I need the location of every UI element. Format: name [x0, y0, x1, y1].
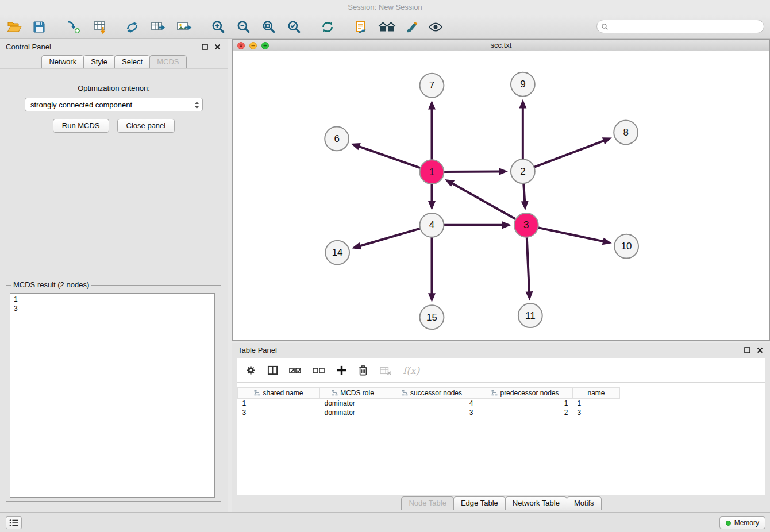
main-toolbar — [0, 15, 770, 39]
eye-button[interactable] — [427, 18, 444, 36]
save-button[interactable] — [30, 18, 48, 36]
graph-edge-1-2 — [444, 168, 508, 175]
graph-node-8[interactable]: 8 — [614, 121, 638, 145]
zoom-window-button[interactable] — [261, 41, 269, 49]
optimization-criterion-label: Optimization criterion: — [0, 84, 228, 92]
control-panel: Control Panel Network Style Select MCDS … — [0, 39, 228, 512]
graph-node-14[interactable]: 14 — [325, 241, 349, 265]
svg-text:6: 6 — [334, 133, 339, 144]
graph-node-9[interactable]: 9 — [511, 72, 535, 97]
criterion-select[interactable]: strongly connected component — [25, 98, 203, 111]
column-header-predecessor-nodes[interactable]: predecessor nodes — [478, 388, 573, 399]
column-header-mcds-role[interactable]: MCDS role — [320, 388, 386, 399]
mcds-result-line: 3 — [14, 304, 211, 313]
table-settings-button[interactable] — [245, 365, 256, 376]
control-panel-tabs: Network Style Select MCDS — [0, 55, 228, 69]
attribute-tree-icon — [254, 390, 260, 396]
delete-table-button[interactable] — [379, 365, 392, 376]
delete-table-icon — [379, 365, 392, 376]
import-table-button[interactable] — [91, 18, 109, 36]
show-all-columns-button[interactable] — [289, 366, 302, 375]
split-panel-button[interactable] — [267, 365, 278, 376]
run-mcds-button[interactable]: Run MCDS — [53, 119, 109, 133]
cell-predecessor-nodes[interactable]: 2 — [478, 408, 573, 417]
column-header-shared-name[interactable]: shared name — [238, 388, 320, 399]
graph-node-3[interactable]: 3 — [514, 213, 538, 237]
function-builder-button[interactable]: f(x) — [403, 365, 419, 376]
export-table-button[interactable] — [149, 18, 167, 36]
unchecked-boxes-icon — [313, 366, 325, 375]
copy-view-button[interactable] — [352, 18, 369, 36]
svg-text:3: 3 — [523, 219, 529, 230]
import-network-button[interactable] — [65, 18, 82, 36]
close-window-button[interactable] — [237, 41, 245, 49]
close-panel-button[interactable] — [213, 42, 222, 51]
style-brush-button[interactable] — [403, 18, 421, 36]
zoom-selected-button[interactable] — [286, 18, 303, 36]
cell-name[interactable]: 3 — [573, 408, 620, 417]
task-history-button[interactable] — [6, 516, 22, 529]
cell-shared-name[interactable]: 1 — [238, 399, 320, 408]
zoom-fit-icon — [261, 20, 276, 34]
tab-motifs[interactable]: Motifs — [567, 496, 602, 510]
export-image-button[interactable] — [175, 18, 192, 36]
home-button[interactable] — [376, 18, 397, 36]
tab-select[interactable]: Select — [114, 55, 150, 68]
table-row[interactable]: 3 dominator 3 2 3 — [238, 408, 620, 417]
zoom-in-button[interactable] — [210, 18, 227, 36]
network-arrows-button[interactable] — [124, 18, 141, 36]
cell-shared-name[interactable]: 3 — [238, 408, 320, 417]
svg-text:7: 7 — [429, 80, 434, 91]
graph-node-6[interactable]: 6 — [325, 126, 349, 151]
table-panel: Table Panel — [232, 343, 770, 512]
tab-network[interactable]: Network — [41, 55, 84, 68]
graph-node-4[interactable]: 4 — [420, 213, 444, 237]
tab-mcds[interactable]: MCDS — [149, 55, 186, 68]
tab-network-table[interactable]: Network Table — [505, 496, 567, 510]
graph-edge-2-8 — [534, 137, 611, 167]
memory-label: Memory — [734, 519, 759, 527]
network-canvas[interactable]: 7968124314101511 — [233, 51, 769, 340]
network-window: scc.txt 7968124314101511 — [232, 39, 770, 341]
delete-column-button[interactable] — [358, 364, 368, 376]
search-input[interactable] — [611, 21, 764, 32]
cell-name[interactable]: 1 — [573, 399, 620, 408]
graph-node-2[interactable]: 2 — [511, 159, 535, 183]
svg-text:10: 10 — [621, 241, 632, 252]
float-panel-button[interactable] — [200, 42, 209, 51]
column-header-name[interactable]: name — [573, 388, 620, 399]
cell-successor-nodes[interactable]: 4 — [386, 399, 478, 408]
cell-predecessor-nodes[interactable]: 1 — [478, 399, 573, 408]
graph-node-10[interactable]: 10 — [614, 234, 638, 259]
mcds-result-list[interactable]: 1 3 — [10, 293, 215, 498]
graph-node-15[interactable]: 15 — [420, 305, 444, 329]
cell-successor-nodes[interactable]: 3 — [386, 408, 478, 417]
cell-mcds-role[interactable]: dominator — [320, 408, 386, 417]
refresh-button[interactable] — [319, 18, 336, 36]
graph-edge-3-1 — [445, 179, 516, 219]
close-panel-pushbutton[interactable]: Close panel — [117, 119, 175, 133]
cell-mcds-role[interactable]: dominator — [320, 399, 386, 408]
window-titlebar: Session: New Session — [0, 0, 770, 15]
column-header-successor-nodes[interactable]: successor nodes — [386, 388, 478, 399]
graph-node-11[interactable]: 11 — [518, 303, 542, 327]
zoom-out-button[interactable] — [235, 18, 252, 36]
tab-style[interactable]: Style — [83, 55, 115, 68]
graph-node-7[interactable]: 7 — [420, 74, 444, 98]
create-column-button[interactable] — [336, 365, 347, 376]
mcds-result-group: MCDS result (2 nodes) 1 3 — [6, 285, 221, 502]
minimize-window-button[interactable] — [249, 41, 257, 49]
tab-edge-table[interactable]: Edge Table — [453, 496, 506, 510]
open-file-button[interactable] — [6, 18, 23, 36]
hide-all-columns-button[interactable] — [313, 366, 325, 375]
criterion-select-value: strongly connected component — [30, 101, 132, 109]
tab-node-table[interactable]: Node Table — [401, 496, 454, 510]
zoom-fit-button[interactable] — [260, 18, 278, 36]
graph-edge-1-7 — [428, 101, 436, 160]
table-row[interactable]: 1 dominator 4 1 1 — [238, 399, 620, 408]
svg-text:4: 4 — [429, 219, 434, 230]
memory-button[interactable]: Memory — [719, 516, 765, 529]
graph-node-1[interactable]: 1 — [420, 160, 444, 184]
close-table-panel-button[interactable] — [755, 345, 764, 354]
float-table-panel-button[interactable] — [742, 345, 752, 354]
